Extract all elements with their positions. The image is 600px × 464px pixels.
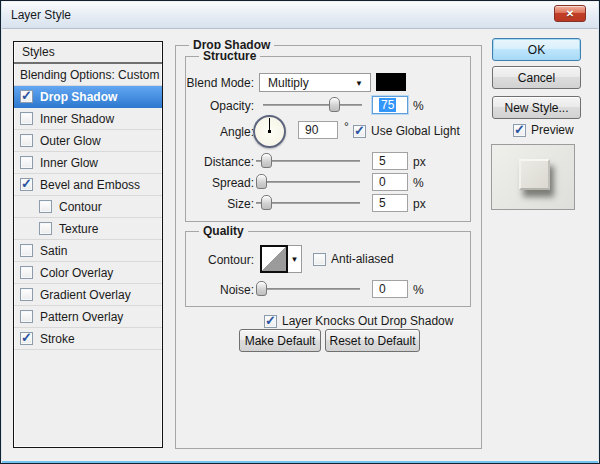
angle-dial-center	[268, 130, 271, 133]
contour-dropdown-arrow[interactable]: ▼	[288, 245, 302, 273]
opacity-unit: %	[413, 99, 424, 113]
anti-aliased-checkbox[interactable]: ✓	[313, 253, 326, 266]
use-global-light-checkbox[interactable]: ✓	[353, 125, 366, 138]
check-icon: ✓	[21, 330, 32, 345]
spread-field[interactable]: 0	[372, 173, 408, 191]
sidebar-item-contour[interactable]: ✓ Contour	[14, 196, 162, 218]
spread-slider[interactable]	[256, 174, 360, 190]
contour-checkbox[interactable]: ✓	[39, 200, 52, 213]
title-bar[interactable]: Layer Style ✕	[2, 2, 598, 29]
texture-checkbox[interactable]: ✓	[39, 222, 52, 235]
bevel-emboss-checkbox[interactable]: ✓	[20, 178, 33, 191]
layer-style-dialog: Layer Style ✕ Styles Blending Options: C…	[0, 0, 600, 464]
angle-value: 90	[305, 123, 318, 137]
sidebar-item-label: Bevel and Emboss	[40, 178, 140, 192]
distance-field[interactable]: 5	[372, 152, 408, 170]
outer-glow-checkbox[interactable]: ✓	[20, 134, 33, 147]
opacity-field[interactable]: 75	[372, 96, 408, 114]
opacity-slider-rail	[263, 104, 362, 106]
size-field[interactable]: 5	[372, 194, 408, 212]
sidebar-item-drop-shadow[interactable]: ✓ Drop Shadow	[14, 86, 162, 108]
distance-slider-thumb[interactable]	[261, 153, 272, 168]
opacity-slider[interactable]	[263, 97, 362, 113]
drop-shadow-checkbox[interactable]: ✓	[20, 90, 33, 103]
size-label: Size:	[171, 197, 254, 211]
check-icon: ✓	[354, 123, 365, 138]
shadow-color-swatch[interactable]	[376, 73, 406, 91]
sidebar-item-texture[interactable]: ✓ Texture	[14, 218, 162, 240]
opacity-label: Opacity:	[171, 99, 254, 113]
style-preview-square	[519, 159, 550, 190]
spread-label: Spread:	[171, 176, 254, 190]
sidebar-item-label: Drop Shadow	[40, 90, 117, 104]
noise-slider[interactable]	[256, 281, 360, 297]
sidebar-item-color-overlay[interactable]: ✓ Color Overlay	[14, 262, 162, 284]
angle-field[interactable]: 90	[298, 121, 338, 139]
stroke-checkbox[interactable]: ✓	[20, 332, 33, 345]
inner-glow-checkbox[interactable]: ✓	[20, 156, 33, 169]
close-button[interactable]: ✕	[554, 5, 586, 22]
new-style-button[interactable]: New Style...	[492, 96, 581, 119]
color-overlay-checkbox[interactable]: ✓	[20, 266, 33, 279]
sidebar-item-inner-glow[interactable]: ✓ Inner Glow	[14, 152, 162, 174]
anti-aliased-row: ✓ Anti-aliased	[313, 252, 394, 266]
style-preview-thumbnail	[491, 144, 575, 210]
contour-thumbnail[interactable]	[260, 245, 288, 273]
distance-slider[interactable]	[256, 153, 360, 169]
check-icon: ✓	[21, 88, 32, 103]
sidebar-item-pattern-overlay[interactable]: ✓ Pattern Overlay	[14, 306, 162, 328]
distance-value: 5	[379, 154, 386, 168]
noise-slider-thumb[interactable]	[256, 281, 267, 296]
sidebar-item-label: Gradient Overlay	[40, 288, 131, 302]
blend-mode-select[interactable]: Multiply ▼	[259, 73, 371, 92]
sidebar-item-label: Inner Shadow	[40, 112, 114, 126]
noise-value: 0	[379, 282, 386, 296]
layer-knocks-out-checkbox[interactable]: ✓	[264, 315, 277, 328]
sidebar-item-stroke[interactable]: ✓ Stroke	[14, 328, 162, 350]
opacity-value: 75	[379, 98, 396, 112]
sidebar-item-label: Inner Glow	[40, 156, 98, 170]
cancel-label: Cancel	[518, 71, 555, 85]
styles-header: Styles	[14, 42, 162, 63]
sidebar-item-satin[interactable]: ✓ Satin	[14, 240, 162, 262]
ok-button[interactable]: OK	[492, 38, 581, 61]
spread-slider-thumb[interactable]	[256, 174, 267, 189]
sidebar-item-bevel-and-emboss[interactable]: ✓ Bevel and Emboss	[14, 174, 162, 196]
size-value: 5	[379, 196, 386, 210]
size-slider-thumb[interactable]	[261, 195, 272, 210]
reset-to-default-button[interactable]: Reset to Default	[325, 329, 420, 352]
size-slider[interactable]	[256, 195, 360, 211]
chevron-down-icon: ▼	[291, 255, 299, 264]
structure-group-label: Structure	[199, 49, 260, 63]
distance-label: Distance:	[171, 155, 254, 169]
sidebar-item-outer-glow[interactable]: ✓ Outer Glow	[14, 130, 162, 152]
sidebar-item-gradient-overlay[interactable]: ✓ Gradient Overlay	[14, 284, 162, 306]
use-global-light-row: ✓ Use Global Light	[353, 124, 460, 138]
check-icon: ✓	[514, 122, 525, 137]
distance-unit: px	[413, 155, 426, 169]
blend-mode-value: Multiply	[268, 76, 309, 90]
sidebar-item-label: Outer Glow	[40, 134, 101, 148]
angle-label: Angle:	[171, 125, 254, 139]
inner-shadow-checkbox[interactable]: ✓	[20, 112, 33, 125]
blend-mode-label: Blend Mode:	[171, 76, 254, 90]
satin-checkbox[interactable]: ✓	[20, 244, 33, 257]
noise-field[interactable]: 0	[372, 280, 408, 298]
pattern-overlay-checkbox[interactable]: ✓	[20, 310, 33, 323]
size-unit: px	[413, 197, 426, 211]
preview-checkbox[interactable]: ✓	[513, 124, 526, 137]
spread-unit: %	[413, 176, 424, 190]
make-default-button[interactable]: Make Default	[239, 329, 321, 352]
gradient-overlay-checkbox[interactable]: ✓	[20, 288, 33, 301]
layer-knocks-out-row: ✓ Layer Knocks Out Drop Shadow	[264, 314, 453, 328]
window-title: Layer Style	[11, 8, 71, 22]
noise-slider-rail	[256, 288, 360, 290]
spread-slider-rail	[256, 181, 360, 183]
angle-dial[interactable]	[253, 115, 286, 148]
cancel-button[interactable]: Cancel	[492, 66, 581, 89]
sidebar-item-label: Stroke	[40, 332, 75, 346]
opacity-slider-thumb[interactable]	[329, 97, 340, 112]
sidebar-item-blending-options[interactable]: Blending Options: Custom	[14, 64, 162, 86]
sidebar-item-inner-shadow[interactable]: ✓ Inner Shadow	[14, 108, 162, 130]
noise-unit: %	[413, 283, 424, 297]
